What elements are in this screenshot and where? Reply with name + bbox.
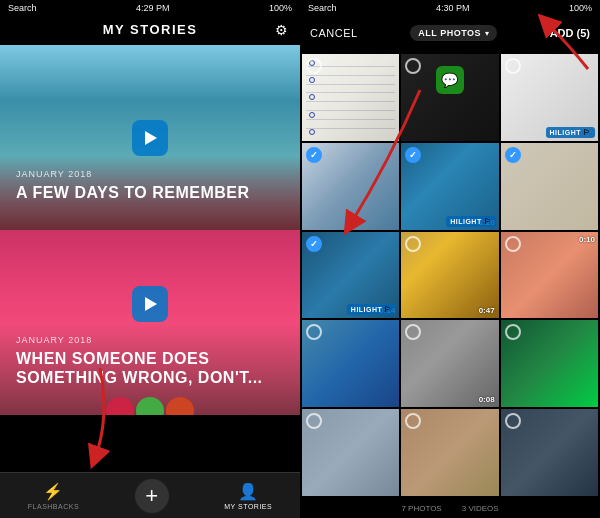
nav-flashbacks[interactable]: ⚡ FLASHBACKS xyxy=(28,482,79,510)
stories-list: JANUARY 2018 A FEW DAYS TO REMEMBER JANU… xyxy=(0,45,300,472)
story-card-2[interactable]: JANUARY 2018 WHEN SOMEONE DOES SOMETHING… xyxy=(0,230,300,415)
photo-cell-10[interactable] xyxy=(302,320,399,407)
photo-cell-13[interactable] xyxy=(302,409,399,496)
photo-count: 7 PHOTOS xyxy=(401,504,441,513)
photo-cell-14[interactable] xyxy=(401,409,498,496)
photo-cell-5[interactable]: 1:20 HILIGHT 🏳 xyxy=(401,143,498,230)
photo-cell-12[interactable] xyxy=(501,320,598,407)
photo-13-check[interactable] xyxy=(306,413,322,429)
photo-cell-6[interactable] xyxy=(501,143,598,230)
photo-9-check[interactable] xyxy=(505,236,521,252)
story-2-title: WHEN SOMEONE DOES SOMETHING WRONG, DON'T… xyxy=(16,349,284,387)
story-1-title: A FEW DAYS TO REMEMBER xyxy=(16,183,284,202)
left-header: MY STORIES ⚙ xyxy=(0,16,300,45)
hilight-flag-3: 🏳 xyxy=(583,128,591,137)
story-card-1[interactable]: JANUARY 2018 A FEW DAYS TO REMEMBER xyxy=(0,45,300,230)
photo-12-check[interactable] xyxy=(505,324,521,340)
photo-1-check[interactable] xyxy=(306,58,322,74)
circle-red xyxy=(106,397,134,415)
story-1-date: JANUARY 2018 xyxy=(16,169,284,179)
left-status-time: 4:29 PM xyxy=(136,3,170,13)
photo-cell-11[interactable]: 0:08 xyxy=(401,320,498,407)
add-button[interactable]: ADD (5) xyxy=(550,27,590,39)
story-2-play-button[interactable] xyxy=(132,286,168,322)
photo-3-check[interactable] xyxy=(505,58,521,74)
cancel-button[interactable]: CANCEL xyxy=(310,27,358,39)
left-panel: Search 4:29 PM 100% MY STORIES ⚙ JANUARY… xyxy=(0,0,300,518)
circle-green xyxy=(136,397,164,415)
flashbacks-label: FLASHBACKS xyxy=(28,503,79,510)
gear-icon[interactable]: ⚙ xyxy=(275,22,288,38)
right-panel: Search 4:30 PM 100% CANCEL ALL PHOTOS ▾ … xyxy=(300,0,600,518)
my-stories-icon: 👤 xyxy=(238,482,258,501)
album-selector[interactable]: ALL PHOTOS ▾ xyxy=(410,25,497,41)
left-status-battery: 100% xyxy=(269,3,292,13)
photo-7-check[interactable] xyxy=(306,236,322,252)
photo-6-check[interactable] xyxy=(505,147,521,163)
photo-cell-15[interactable] xyxy=(501,409,598,496)
hilight-flag-5: 🏳 xyxy=(484,217,492,226)
hilight-text-7: HILIGHT xyxy=(351,306,383,313)
right-header: CANCEL ALL PHOTOS ▾ ADD (5) xyxy=(300,16,600,52)
story-1-overlay: JANUARY 2018 A FEW DAYS TO REMEMBER xyxy=(0,157,300,230)
hilight-flag-7: 🏳 xyxy=(384,305,392,314)
hilight-text-3: HILIGHT xyxy=(550,129,582,136)
photo-9-duration: 0:10 xyxy=(579,235,595,244)
photo-4-check[interactable] xyxy=(306,147,322,163)
photo-cell-2[interactable]: 💬 xyxy=(401,54,498,141)
photo-8-duration: 0:47 xyxy=(479,306,495,315)
right-status-bar: Search 4:30 PM 100% xyxy=(300,0,600,16)
photo-2-check[interactable] xyxy=(405,58,421,74)
right-status-battery: 100% xyxy=(569,3,592,13)
bottom-nav: ⚡ FLASHBACKS + 👤 MY STORIES xyxy=(0,472,300,518)
photo-8-check[interactable] xyxy=(405,236,421,252)
photo-5-check[interactable] xyxy=(405,147,421,163)
colorful-circles xyxy=(106,397,194,415)
photo-14-check[interactable] xyxy=(405,413,421,429)
hilight-text-5: HILIGHT xyxy=(450,218,482,225)
photo-cell-8[interactable]: 0:47 xyxy=(401,232,498,319)
photo-15-check[interactable] xyxy=(505,413,521,429)
play-triangle-2-icon xyxy=(145,297,157,311)
photo-cell-3[interactable]: 0:05 HILIGHT 🏳 xyxy=(501,54,598,141)
hilight-badge-7: HILIGHT 🏳 xyxy=(347,304,397,315)
right-footer: 7 PHOTOS 3 VIDEOS xyxy=(300,498,600,518)
my-stories-title: MY STORIES xyxy=(103,22,198,37)
photo-cell-7[interactable]: 0:14 HILIGHT 🏳 xyxy=(302,232,399,319)
album-name: ALL PHOTOS xyxy=(418,28,481,38)
photo-cell-1[interactable] xyxy=(302,54,399,141)
add-story-button[interactable]: + xyxy=(135,479,169,513)
video-count: 3 VIDEOS xyxy=(462,504,499,513)
sms-icon: 💬 xyxy=(436,66,464,94)
hilight-badge-5: HILIGHT 🏳 xyxy=(446,216,496,227)
photo-11-duration: 0:08 xyxy=(479,395,495,404)
my-stories-nav-label: MY STORIES xyxy=(224,503,272,510)
photo-cell-4[interactable] xyxy=(302,143,399,230)
left-status-bar: Search 4:29 PM 100% xyxy=(0,0,300,16)
hilight-badge-3: HILIGHT 🏳 xyxy=(546,127,596,138)
left-status-search: Search xyxy=(8,3,37,13)
play-triangle-icon xyxy=(145,131,157,145)
photo-grid: 💬 0:05 HILIGHT 🏳 1:20 HILIGHT 🏳 xyxy=(300,52,600,498)
story-1-play-button[interactable] xyxy=(132,120,168,156)
photo-cell-9[interactable]: 0:10 xyxy=(501,232,598,319)
story-2-date: JANUARY 2018 xyxy=(16,335,284,345)
circle-orange xyxy=(166,397,194,415)
flashbacks-icon: ⚡ xyxy=(43,482,63,501)
nav-my-stories[interactable]: 👤 MY STORIES xyxy=(224,482,272,510)
right-status-search: Search xyxy=(308,3,337,13)
chevron-down-icon: ▾ xyxy=(485,29,489,38)
right-status-time: 4:30 PM xyxy=(436,3,470,13)
photo-10-check[interactable] xyxy=(306,324,322,340)
photo-11-check[interactable] xyxy=(405,324,421,340)
